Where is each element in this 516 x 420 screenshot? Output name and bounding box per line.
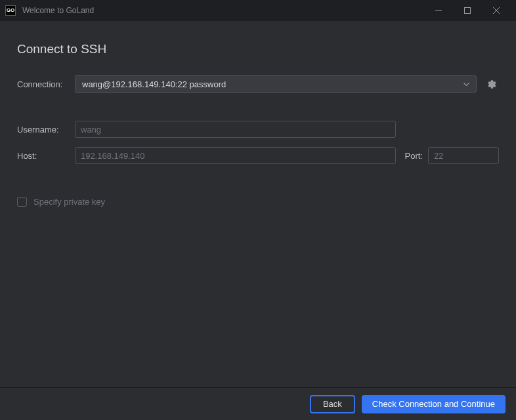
chevron-down-icon [463, 81, 469, 88]
connection-value: wang@192.168.149.140:22 password [82, 79, 463, 89]
minimize-button[interactable] [424, 1, 453, 20]
port-input[interactable] [428, 147, 499, 164]
window-controls [424, 1, 511, 20]
connection-label: Connection: [17, 79, 75, 89]
check-connection-button[interactable]: Check Connection and Continue [362, 395, 505, 413]
titlebar: GO Welcome to GoLand [0, 0, 516, 21]
username-label: Username: [17, 125, 75, 135]
private-key-checkbox[interactable] [17, 197, 27, 207]
host-input[interactable] [75, 147, 396, 164]
dialog-footer: Back Check Connection and Continue [0, 387, 516, 420]
back-button[interactable]: Back [310, 395, 355, 413]
port-label: Port: [405, 151, 423, 161]
svg-rect-1 [465, 7, 471, 13]
username-input[interactable] [75, 121, 396, 138]
connection-dropdown[interactable]: wang@192.168.149.140:22 password [75, 75, 477, 93]
page-title: Connect to SSH [17, 42, 499, 56]
private-key-label: Specify private key [33, 197, 105, 207]
dialog-content: Connect to SSH Connection: wang@192.168.… [0, 21, 516, 387]
username-row: Username: [17, 121, 499, 138]
close-button[interactable] [482, 1, 511, 20]
host-label: Host: [17, 151, 75, 161]
window-title: Welcome to GoLand [22, 6, 424, 15]
connection-row: Connection: wang@192.168.149.140:22 pass… [17, 75, 499, 93]
app-icon: GO [5, 5, 16, 16]
settings-button[interactable] [484, 77, 499, 91]
host-row: Host: Port: [17, 147, 499, 164]
private-key-row: Specify private key [17, 197, 499, 207]
maximize-button[interactable] [453, 1, 482, 20]
gear-icon [487, 79, 497, 89]
